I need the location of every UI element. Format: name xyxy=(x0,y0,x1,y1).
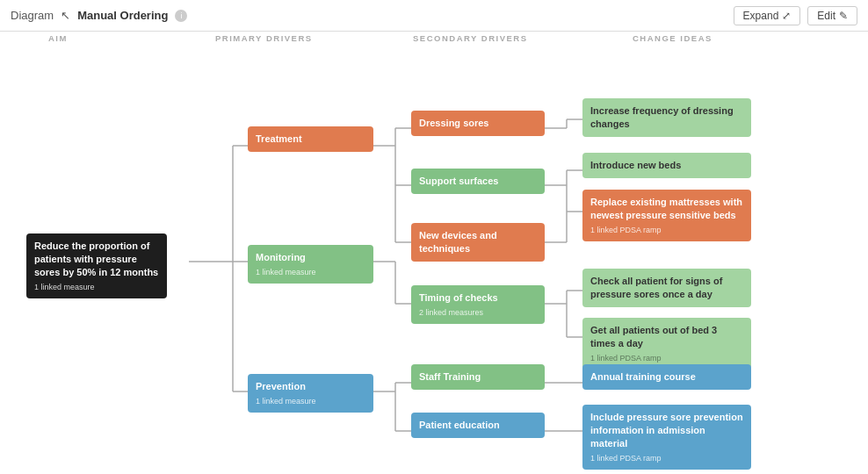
secondary-node-patient-education[interactable]: Patient education xyxy=(411,413,545,438)
change-node-check-all[interactable]: Check all patient for signs of pressure … xyxy=(582,269,751,307)
info-icon[interactable]: i xyxy=(175,10,187,22)
edit-icon: ✎ xyxy=(839,10,848,22)
col-header-aim: AIM xyxy=(48,33,68,43)
change-node-get-patients[interactable]: Get all patients out of bed 3 times a da… xyxy=(582,318,751,370)
top-bar-right: Expand ⤢ Edit ✎ xyxy=(734,6,857,25)
diagram-label: Diagram xyxy=(11,9,54,22)
expand-button[interactable]: Expand ⤢ xyxy=(734,6,801,25)
expand-icon: ⤢ xyxy=(782,10,791,22)
page-title: Manual Ordering xyxy=(77,9,168,22)
change-node-new-beds[interactable]: Introduce new beds xyxy=(582,153,751,178)
secondary-node-timing[interactable]: Timing of checks 2 linked measures xyxy=(411,285,545,324)
secondary-node-staff-training[interactable]: Staff Training xyxy=(411,364,545,390)
cursor-icon: ↖ xyxy=(61,9,70,22)
col-header-secondary: SECONDARY DRIVERS xyxy=(413,33,528,43)
primary-node-treatment[interactable]: Treatment xyxy=(248,126,373,152)
primary-node-monitoring[interactable]: Monitoring 1 linked measure xyxy=(248,245,373,284)
col-header-change: CHANGE IDEAS xyxy=(633,33,712,43)
secondary-node-new-devices[interactable]: New devices and techniques xyxy=(411,223,545,262)
change-node-include-prevention[interactable]: Include pressure sore prevention informa… xyxy=(582,405,751,470)
secondary-node-dressing[interactable]: Dressing sores xyxy=(411,111,545,136)
col-header-primary: PRIMARY DRIVERS xyxy=(215,33,313,43)
diagram-container: AIM PRIMARY DRIVERS SECONDARY DRIVERS CH… xyxy=(0,32,868,474)
edit-button[interactable]: Edit ✎ xyxy=(807,6,857,25)
primary-node-prevention[interactable]: Prevention 1 linked measure xyxy=(248,374,373,413)
top-bar: Diagram ↖ Manual Ordering i Expand ⤢ Edi… xyxy=(0,0,868,32)
aim-node[interactable]: Reduce the proportion of patients with p… xyxy=(26,233,167,298)
top-bar-left: Diagram ↖ Manual Ordering i xyxy=(11,9,187,22)
change-node-increase-freq[interactable]: Increase frequency of dressing changes xyxy=(582,98,751,137)
change-node-replace-mattresses[interactable]: Replace existing mattresses with newest … xyxy=(582,190,751,241)
change-node-annual-training[interactable]: Annual training course xyxy=(582,364,751,390)
secondary-node-support[interactable]: Support surfaces xyxy=(411,169,545,194)
